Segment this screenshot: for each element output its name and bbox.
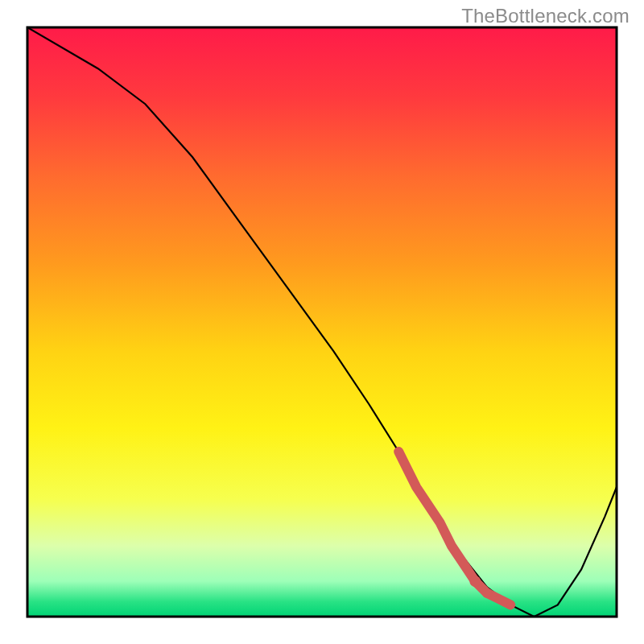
- axes-border: [0, 0, 644, 644]
- chart-frame: TheBottleneck.com: [0, 0, 644, 644]
- watermark-text: TheBottleneck.com: [461, 5, 630, 27]
- axes-rect: [27, 27, 617, 617]
